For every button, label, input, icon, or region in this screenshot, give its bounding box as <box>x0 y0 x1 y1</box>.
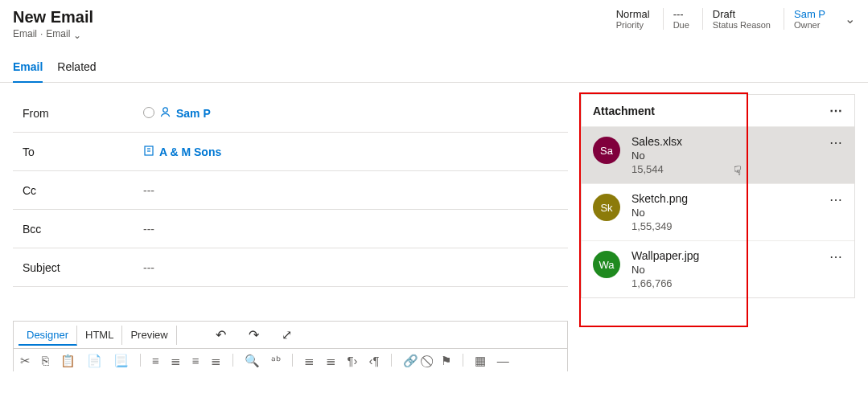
attachment-name: Sales.xlsx <box>631 135 682 148</box>
attachment-info: Sketch.png No 1,55,349 <box>631 192 688 232</box>
field-subject[interactable]: Subject --- <box>13 248 568 287</box>
status-reason-label: Status Reason <box>713 20 771 30</box>
status-reason[interactable]: Draft Status Reason <box>702 8 774 30</box>
separator <box>463 354 463 367</box>
attachment-flag: No <box>631 264 699 276</box>
ltr-icon[interactable]: ¶› <box>348 355 358 367</box>
attachment-item[interactable]: Sa Sales.xlsx No 15,544 ⋯ ☟ <box>582 126 854 183</box>
attachment-flag: No <box>631 150 682 162</box>
bcc-label: Bcc <box>23 223 143 236</box>
attachment-item[interactable]: Wa Wallpaper.jpg No 1,66,766 ⋯ <box>582 240 854 297</box>
paste-text-icon[interactable]: 📄 <box>87 355 102 367</box>
subject-value[interactable]: --- <box>143 261 154 274</box>
align-right-icon[interactable]: ≡ <box>192 355 200 367</box>
attachment-item[interactable]: Sk Sketch.png No 1,55,349 ⋯ <box>582 183 854 240</box>
svg-point-0 <box>163 107 168 112</box>
header-left: New Email Email · Email ⌄ <box>13 8 93 41</box>
search-icon[interactable]: 🔍 <box>245 355 260 367</box>
tab-email[interactable]: Email <box>13 60 43 83</box>
status-reason-value: Draft <box>713 8 771 20</box>
breadcrumb-entity2[interactable]: Email <box>46 28 70 39</box>
attachment-size: 15,544 <box>631 163 682 175</box>
chevron-down-icon[interactable]: ⌄ <box>838 11 855 27</box>
copy-icon[interactable]: ⎘ <box>42 355 49 367</box>
status-owner-label: Owner <box>794 20 825 30</box>
link-icon[interactable]: 🔗 <box>403 355 418 367</box>
status-priority[interactable]: Normal Priority <box>607 8 653 30</box>
editor-tab-html[interactable]: HTML <box>77 326 122 345</box>
attachment-size: 1,66,766 <box>631 277 699 289</box>
rtl-icon[interactable]: ‹¶ <box>369 355 380 367</box>
status-owner[interactable]: Sam P Owner <box>784 8 829 30</box>
header-right: Normal Priority --- Due Draft Status Rea… <box>607 8 855 30</box>
align-left-icon[interactable]: ≡ <box>152 355 159 367</box>
justify-icon[interactable]: ≣ <box>211 355 221 367</box>
page-header: New Email Email · Email ⌄ Normal Priorit… <box>0 0 868 41</box>
attachment-panel: Attachment ⋯ Sa Sales.xlsx No 15,544 ⋯ ☟… <box>581 94 855 298</box>
field-bcc[interactable]: Bcc --- <box>13 210 568 248</box>
flag-icon[interactable]: ⚑ <box>441 355 451 367</box>
list-number-icon[interactable]: ≣ <box>326 355 336 367</box>
main-tabs: Email Related <box>0 47 868 83</box>
breadcrumb-entity1: Email <box>13 28 37 39</box>
undo-icon[interactable]: ↶ <box>216 327 226 342</box>
attachment-panel-wrap: Attachment ⋯ Sa Sales.xlsx No 15,544 ⋯ ☟… <box>581 94 855 371</box>
attachment-more-icon[interactable]: ⋯ <box>829 103 843 118</box>
email-form: From Sam P To A & M Sons Cc --- <box>13 94 568 371</box>
cursor-icon: ☟ <box>734 163 742 178</box>
chevron-down-icon[interactable]: ⌄ <box>73 27 81 41</box>
field-from[interactable]: From Sam P <box>13 94 568 133</box>
separator <box>140 354 141 367</box>
field-to[interactable]: To A & M Sons <box>13 133 568 171</box>
paste-icon[interactable]: 📋 <box>60 355 76 367</box>
align-center-icon[interactable]: ≣ <box>171 355 181 367</box>
tab-related[interactable]: Related <box>57 60 96 82</box>
editor: Designer HTML Preview ↶ ↷ ⤢ ✂ ⎘ 📋 📄 📃 ≡ … <box>13 321 568 371</box>
attachment-name: Wallpaper.jpg <box>631 249 699 262</box>
redo-icon[interactable]: ↷ <box>249 327 259 342</box>
status-priority-label: Priority <box>616 20 650 30</box>
replace-icon[interactable]: ᵃᵇ <box>271 355 281 367</box>
attachment-flag: No <box>631 207 688 219</box>
separator <box>391 354 392 367</box>
table-icon[interactable]: ▦ <box>475 355 486 367</box>
editor-tab-designer[interactable]: Designer <box>19 326 77 346</box>
breadcrumb: Email · Email ⌄ <box>13 27 93 41</box>
attachment-item-more-icon[interactable]: ⋯ <box>829 249 843 264</box>
attachment-info: Sales.xlsx No 15,544 <box>631 135 682 175</box>
status-due-label: Due <box>673 20 689 30</box>
paste-word-icon[interactable]: 📃 <box>113 355 129 367</box>
to-text: A & M Sons <box>159 146 221 158</box>
cc-value[interactable]: --- <box>143 184 154 197</box>
attachment-title: Attachment <box>593 105 655 117</box>
avatar: Wa <box>593 251 620 278</box>
editor-toolbar: ✂ ⎘ 📋 📄 📃 ≡ ≣ ≡ ≣ 🔍 ᵃᵇ ≣ ≣ ¶› ‹¶ 🔗 <box>14 349 567 371</box>
editor-tabs: Designer HTML Preview <box>19 326 177 345</box>
editor-tab-preview[interactable]: Preview <box>122 326 176 345</box>
to-value[interactable]: A & M Sons <box>143 145 221 158</box>
expand-icon[interactable]: ⤢ <box>282 327 292 342</box>
separator <box>232 354 233 367</box>
main-content: From Sam P To A & M Sons Cc --- <box>0 83 868 371</box>
from-text: Sam P <box>176 107 211 120</box>
avatar: Sa <box>593 137 620 164</box>
clock-icon <box>143 106 154 120</box>
list-bullet-icon[interactable]: ≣ <box>304 355 315 367</box>
from-value[interactable]: Sam P <box>143 106 211 121</box>
attachment-item-more-icon[interactable]: ⋯ <box>829 192 843 207</box>
editor-global-actions: ↶ ↷ ⤢ <box>216 327 292 342</box>
building-icon <box>143 145 154 158</box>
status-due[interactable]: --- Due <box>663 8 693 30</box>
to-label: To <box>23 146 143 158</box>
attachment-item-more-icon[interactable]: ⋯ <box>829 135 843 150</box>
cut-icon[interactable]: ✂ <box>20 355 31 367</box>
attachment-header: Attachment ⋯ <box>582 95 854 126</box>
page-title: New Email <box>13 8 93 27</box>
status-priority-value: Normal <box>616 8 650 20</box>
field-cc[interactable]: Cc --- <box>13 171 568 210</box>
hr-icon[interactable]: — <box>497 355 509 367</box>
cc-label: Cc <box>23 184 143 197</box>
bcc-value[interactable]: --- <box>143 223 154 236</box>
subject-label: Subject <box>23 261 143 274</box>
attachment-size: 1,55,349 <box>631 220 688 232</box>
